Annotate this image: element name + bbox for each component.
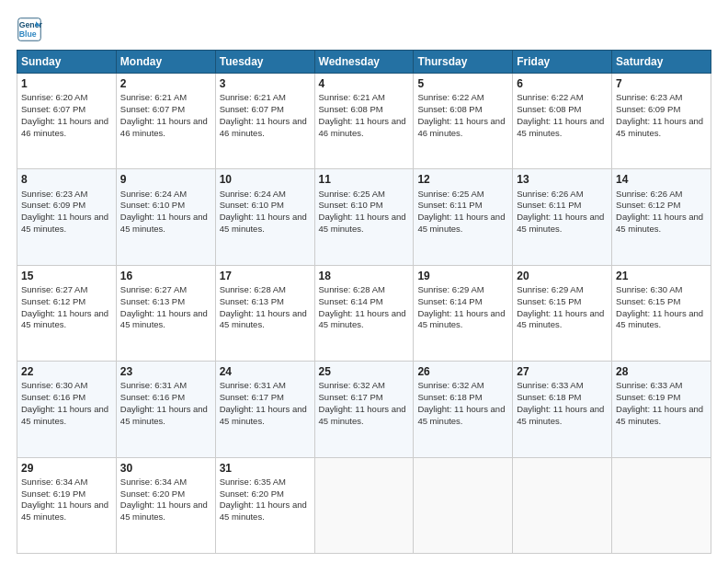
day-number: 3 xyxy=(220,76,311,91)
daylight-text: Daylight: 11 hours and 45 minutes. xyxy=(417,212,505,234)
sunset-text: Sunset: 6:08 PM xyxy=(417,104,482,114)
calendar-table: SundayMondayTuesdayWednesdayThursdayFrid… xyxy=(17,50,711,554)
sunset-text: Sunset: 6:16 PM xyxy=(21,392,85,402)
calendar-cell: 12Sunrise: 6:25 AMSunset: 6:11 PMDayligh… xyxy=(414,169,513,265)
sunrise-text: Sunrise: 6:23 AM xyxy=(616,92,682,102)
sunset-text: Sunset: 6:09 PM xyxy=(21,200,85,210)
day-number: 23 xyxy=(120,364,211,379)
sunrise-text: Sunrise: 6:22 AM xyxy=(417,92,483,102)
calendar-cell: 31Sunrise: 6:35 AMSunset: 6:20 PMDayligh… xyxy=(215,457,314,553)
daylight-text: Daylight: 11 hours and 46 minutes. xyxy=(120,116,208,138)
sunset-text: Sunset: 6:07 PM xyxy=(120,104,185,114)
sunrise-text: Sunrise: 6:24 AM xyxy=(220,189,286,199)
sunrise-text: Sunrise: 6:29 AM xyxy=(517,284,583,294)
calendar-cell xyxy=(414,457,513,553)
day-number: 19 xyxy=(417,269,508,283)
calendar-cell: 23Sunrise: 6:31 AMSunset: 6:16 PMDayligh… xyxy=(116,362,215,457)
daylight-text: Daylight: 11 hours and 46 minutes. xyxy=(21,116,108,138)
sunset-text: Sunset: 6:08 PM xyxy=(517,104,581,114)
day-header-thursday: Thursday xyxy=(414,51,513,74)
sunrise-text: Sunrise: 6:20 AM xyxy=(21,92,87,102)
day-number: 29 xyxy=(21,461,112,476)
calendar-cell: 11Sunrise: 6:25 AMSunset: 6:10 PMDayligh… xyxy=(314,169,414,265)
daylight-text: Daylight: 11 hours and 45 minutes. xyxy=(319,212,406,234)
calendar-cell xyxy=(612,457,711,553)
calendar-cell: 22Sunrise: 6:30 AMSunset: 6:16 PMDayligh… xyxy=(17,362,117,457)
daylight-text: Daylight: 11 hours and 45 minutes. xyxy=(120,212,208,234)
sunrise-text: Sunrise: 6:33 AM xyxy=(616,380,682,390)
daylight-text: Daylight: 11 hours and 45 minutes. xyxy=(220,404,307,426)
sunset-text: Sunset: 6:12 PM xyxy=(21,296,85,306)
sunset-text: Sunset: 6:18 PM xyxy=(417,392,482,402)
calendar-cell: 16Sunrise: 6:27 AMSunset: 6:13 PMDayligh… xyxy=(116,265,215,361)
day-number: 15 xyxy=(21,269,112,283)
sunrise-text: Sunrise: 6:32 AM xyxy=(319,380,385,390)
sunset-text: Sunset: 6:10 PM xyxy=(319,200,383,210)
calendar-cell: 17Sunrise: 6:28 AMSunset: 6:13 PMDayligh… xyxy=(215,265,314,361)
sunrise-text: Sunrise: 6:33 AM xyxy=(517,380,583,390)
sunset-text: Sunset: 6:10 PM xyxy=(120,200,185,210)
day-number: 27 xyxy=(517,364,608,379)
header: General Blue xyxy=(17,17,711,42)
sunset-text: Sunset: 6:20 PM xyxy=(120,488,185,499)
calendar-cell: 3Sunrise: 6:21 AMSunset: 6:07 PMDaylight… xyxy=(215,74,314,169)
daylight-text: Daylight: 11 hours and 45 minutes. xyxy=(220,500,307,522)
calendar-cell xyxy=(314,457,414,553)
daylight-text: Daylight: 11 hours and 45 minutes. xyxy=(616,212,703,234)
day-number: 26 xyxy=(417,364,508,379)
sunset-text: Sunset: 6:14 PM xyxy=(417,296,482,306)
calendar-cell: 28Sunrise: 6:33 AMSunset: 6:19 PMDayligh… xyxy=(612,362,711,457)
day-number: 20 xyxy=(517,269,608,283)
sunset-text: Sunset: 6:15 PM xyxy=(517,296,581,306)
day-header-tuesday: Tuesday xyxy=(215,51,314,74)
day-number: 5 xyxy=(417,76,508,91)
sunset-text: Sunset: 6:07 PM xyxy=(21,104,85,114)
day-number: 4 xyxy=(319,76,410,91)
sunset-text: Sunset: 6:13 PM xyxy=(220,296,284,306)
day-number: 22 xyxy=(21,364,112,379)
calendar-cell: 13Sunrise: 6:26 AMSunset: 6:11 PMDayligh… xyxy=(513,169,612,265)
day-number: 21 xyxy=(616,269,707,283)
day-number: 11 xyxy=(319,172,410,187)
sunset-text: Sunset: 6:19 PM xyxy=(616,392,680,402)
day-header-monday: Monday xyxy=(116,51,215,74)
day-number: 25 xyxy=(319,364,410,379)
calendar-cell: 24Sunrise: 6:31 AMSunset: 6:17 PMDayligh… xyxy=(215,362,314,457)
sunset-text: Sunset: 6:09 PM xyxy=(616,104,680,114)
sunrise-text: Sunrise: 6:25 AM xyxy=(417,189,483,199)
calendar-cell: 18Sunrise: 6:28 AMSunset: 6:14 PMDayligh… xyxy=(314,265,414,361)
sunrise-text: Sunrise: 6:26 AM xyxy=(517,189,583,199)
sunset-text: Sunset: 6:16 PM xyxy=(120,392,185,402)
day-number: 9 xyxy=(120,172,211,187)
daylight-text: Daylight: 11 hours and 46 minutes. xyxy=(417,116,505,138)
sunset-text: Sunset: 6:11 PM xyxy=(517,200,581,210)
sunrise-text: Sunrise: 6:32 AM xyxy=(417,380,483,390)
day-number: 10 xyxy=(220,172,311,187)
sunrise-text: Sunrise: 6:30 AM xyxy=(21,380,87,390)
daylight-text: Daylight: 11 hours and 45 minutes. xyxy=(517,308,604,330)
calendar-cell: 7Sunrise: 6:23 AMSunset: 6:09 PMDaylight… xyxy=(612,74,711,169)
sunset-text: Sunset: 6:07 PM xyxy=(220,104,284,114)
day-number: 18 xyxy=(319,269,410,283)
day-number: 14 xyxy=(616,172,707,187)
daylight-text: Daylight: 11 hours and 45 minutes. xyxy=(616,308,703,330)
sunrise-text: Sunrise: 6:21 AM xyxy=(319,92,385,102)
sunrise-text: Sunrise: 6:31 AM xyxy=(220,380,286,390)
calendar-cell: 14Sunrise: 6:26 AMSunset: 6:12 PMDayligh… xyxy=(612,169,711,265)
daylight-text: Daylight: 11 hours and 45 minutes. xyxy=(21,308,108,330)
daylight-text: Daylight: 11 hours and 45 minutes. xyxy=(120,308,208,330)
daylight-text: Daylight: 11 hours and 46 minutes. xyxy=(319,116,406,138)
daylight-text: Daylight: 11 hours and 45 minutes. xyxy=(21,404,108,426)
calendar-cell: 1Sunrise: 6:20 AMSunset: 6:07 PMDaylight… xyxy=(17,74,117,169)
calendar-cell: 2Sunrise: 6:21 AMSunset: 6:07 PMDaylight… xyxy=(116,74,215,169)
day-header-friday: Friday xyxy=(513,51,612,74)
sunrise-text: Sunrise: 6:29 AM xyxy=(417,284,483,294)
sunset-text: Sunset: 6:11 PM xyxy=(417,200,482,210)
daylight-text: Daylight: 11 hours and 45 minutes. xyxy=(319,404,406,426)
daylight-text: Daylight: 11 hours and 45 minutes. xyxy=(517,116,604,138)
day-number: 12 xyxy=(417,172,508,187)
sunset-text: Sunset: 6:12 PM xyxy=(616,200,680,210)
calendar-cell: 8Sunrise: 6:23 AMSunset: 6:09 PMDaylight… xyxy=(17,169,117,265)
calendar-cell xyxy=(513,457,612,553)
sunrise-text: Sunrise: 6:22 AM xyxy=(517,92,583,102)
